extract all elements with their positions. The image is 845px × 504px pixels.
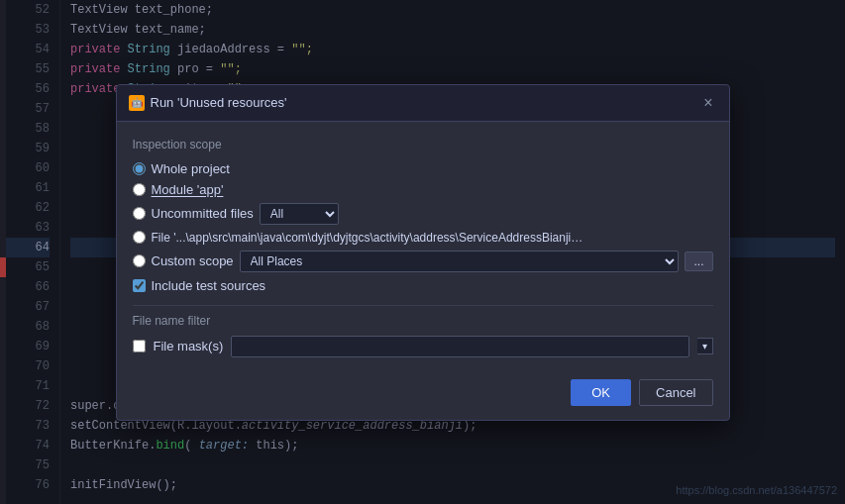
uncommitted-files-radio[interactable]	[133, 207, 146, 220]
custom-scope-label[interactable]: Custom scope	[152, 253, 234, 268]
run-icon: 🤖	[129, 95, 145, 111]
dialog-footer: OK Cancel	[117, 369, 729, 420]
dialog-title-text: Run 'Unused resources'	[151, 95, 287, 110]
file-path-row: File '...\app\src\main\java\com\dyjt\dyj…	[133, 231, 713, 245]
uncommitted-files-dropdown[interactable]: All Staged Modified	[260, 203, 339, 225]
file-mask-checkbox[interactable]	[133, 340, 146, 353]
include-test-sources-row: Include test sources	[133, 278, 713, 293]
file-mask-input[interactable]	[231, 336, 688, 357]
file-path-text: File '...\app\src\main\java\com\dyjt\dyj…	[152, 231, 587, 245]
dialog-body: Inspection scope Whole project Module 'a…	[117, 122, 729, 369]
whole-project-row: Whole project	[133, 161, 713, 176]
module-app-label[interactable]: Module 'app'	[152, 182, 224, 197]
custom-scope-row: Custom scope All Places Project Files Sc…	[133, 251, 713, 272]
whole-project-radio[interactable]	[133, 162, 146, 175]
file-mask-dropdown-button[interactable]: ▾	[697, 338, 713, 354]
cancel-button[interactable]: Cancel	[639, 379, 712, 406]
dialog-titlebar: 🤖 Run 'Unused resources' ×	[117, 85, 729, 122]
file-path-radio[interactable]	[133, 231, 146, 244]
file-filter-label: File name filter	[133, 314, 713, 328]
uncommitted-files-row: Uncommitted files All Staged Modified	[133, 203, 713, 225]
module-app-radio[interactable]	[133, 183, 146, 196]
file-mask-row: File mask(s) ▾	[133, 336, 713, 357]
whole-project-label[interactable]: Whole project	[152, 161, 230, 176]
include-test-sources-label[interactable]: Include test sources	[152, 278, 266, 293]
close-button[interactable]: ×	[699, 93, 716, 113]
custom-scope-dropdown[interactable]: All Places Project Files Scratches and C…	[240, 251, 680, 272]
dialog-overlay: 🤖 Run 'Unused resources' × Inspection sc…	[0, 0, 845, 504]
ok-button[interactable]: OK	[571, 379, 631, 406]
file-filter-section: File name filter File mask(s) ▾	[133, 314, 713, 357]
include-test-sources-checkbox[interactable]	[133, 279, 146, 292]
module-app-row: Module 'app'	[133, 182, 713, 197]
ellipsis-button[interactable]: ...	[685, 252, 712, 271]
divider	[133, 305, 713, 306]
uncommitted-files-label[interactable]: Uncommitted files	[152, 206, 254, 221]
inspection-scope-label: Inspection scope	[133, 138, 713, 151]
file-mask-label[interactable]: File mask(s)	[154, 339, 224, 353]
custom-scope-radio[interactable]	[133, 254, 146, 267]
dialog: 🤖 Run 'Unused resources' × Inspection sc…	[116, 84, 730, 421]
dialog-title: 🤖 Run 'Unused resources'	[129, 95, 287, 111]
uncommitted-dropdown-wrap: All Staged Modified	[260, 203, 713, 225]
